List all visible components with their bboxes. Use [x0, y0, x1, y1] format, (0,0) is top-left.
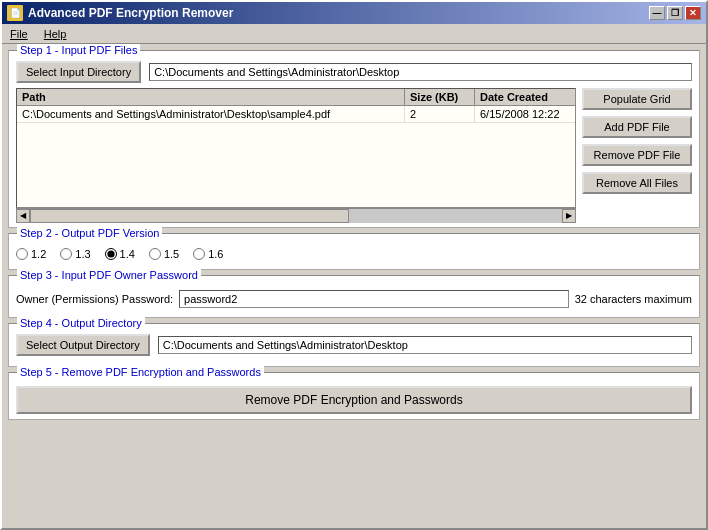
- grid-body: C:\Documents and Settings\Administrator\…: [17, 106, 575, 207]
- radio-label-15: 1.5: [164, 248, 179, 260]
- title-controls: — ❐ ✕: [649, 6, 701, 20]
- select-input-dir-button[interactable]: Select Input Directory: [16, 61, 141, 83]
- input-path-display: C:\Documents and Settings\Administrator\…: [149, 63, 692, 81]
- step2-section: Step 2 - Output PDF Version 1.2 1.3 1.4 …: [8, 233, 700, 270]
- radio-label-16: 1.6: [208, 248, 223, 260]
- step2-label: Step 2 - Output PDF Version: [17, 227, 162, 239]
- scroll-left-btn[interactable]: ◀: [16, 209, 30, 223]
- cell-size: 2: [405, 106, 475, 122]
- remove-all-button[interactable]: Remove All Files: [582, 172, 692, 194]
- password-hint: 32 characters maximum: [575, 293, 692, 305]
- select-output-dir-button[interactable]: Select Output Directory: [16, 334, 150, 356]
- step5-label: Step 5 - Remove PDF Encryption and Passw…: [17, 366, 264, 378]
- grid-wrapper: Path Size (KB) Date Created C:\Documents…: [16, 88, 576, 222]
- remove-encryption-button[interactable]: Remove PDF Encryption and Passwords: [16, 386, 692, 414]
- step1-label: Step 1 - Input PDF Files: [17, 44, 140, 56]
- radio-item-16[interactable]: 1.6: [193, 248, 223, 260]
- radio-14[interactable]: [105, 248, 117, 260]
- radio-item-14[interactable]: 1.4: [105, 248, 135, 260]
- step1-header: Select Input Directory C:\Documents and …: [16, 61, 692, 83]
- scroll-thumb[interactable]: [30, 209, 349, 223]
- output-path-display: C:\Documents and Settings\Administrator\…: [158, 336, 692, 354]
- cell-date: 6/15/2008 12:22: [475, 106, 575, 122]
- step4-header: Select Output Directory C:\Documents and…: [16, 334, 692, 356]
- radio-item-13[interactable]: 1.3: [60, 248, 90, 260]
- title-bar-left: 📄 Advanced PDF Encryption Remover: [7, 5, 233, 21]
- scroll-track[interactable]: [30, 209, 562, 223]
- grid-header: Path Size (KB) Date Created: [17, 89, 575, 106]
- remove-pdf-button[interactable]: Remove PDF File: [582, 144, 692, 166]
- step4-label: Step 4 - Output Directory: [17, 317, 145, 329]
- radio-13[interactable]: [60, 248, 72, 260]
- step3-section: Step 3 - Input PDF Owner Password Owner …: [8, 275, 700, 318]
- minimize-button[interactable]: —: [649, 6, 665, 20]
- password-label: Owner (Permissions) Password:: [16, 293, 173, 305]
- cell-path: C:\Documents and Settings\Administrator\…: [17, 106, 405, 122]
- file-grid: Path Size (KB) Date Created C:\Documents…: [16, 88, 576, 208]
- radio-item-12[interactable]: 1.2: [16, 248, 46, 260]
- col-size: Size (KB): [405, 89, 475, 105]
- scroll-right-btn[interactable]: ▶: [562, 209, 576, 223]
- populate-grid-button[interactable]: Populate Grid: [582, 88, 692, 110]
- grid-area: Path Size (KB) Date Created C:\Documents…: [16, 88, 692, 222]
- radio-16[interactable]: [193, 248, 205, 260]
- radio-label-13: 1.3: [75, 248, 90, 260]
- add-pdf-button[interactable]: Add PDF File: [582, 116, 692, 138]
- menu-file[interactable]: File: [7, 27, 31, 41]
- restore-button[interactable]: ❐: [667, 6, 683, 20]
- content-area: Step 1 - Input PDF Files Select Input Di…: [2, 44, 706, 528]
- col-date: Date Created: [475, 89, 575, 105]
- step5-section: Step 5 - Remove PDF Encryption and Passw…: [8, 372, 700, 420]
- step1-section: Step 1 - Input PDF Files Select Input Di…: [8, 50, 700, 228]
- radio-label-14: 1.4: [120, 248, 135, 260]
- radio-label-12: 1.2: [31, 248, 46, 260]
- close-button[interactable]: ✕: [685, 6, 701, 20]
- table-row[interactable]: C:\Documents and Settings\Administrator\…: [17, 106, 575, 123]
- col-path: Path: [17, 89, 405, 105]
- password-input[interactable]: [179, 290, 569, 308]
- horizontal-scrollbar[interactable]: ◀ ▶: [16, 208, 576, 222]
- window-title: Advanced PDF Encryption Remover: [28, 6, 233, 20]
- app-icon: 📄: [7, 5, 23, 21]
- grid-buttons: Populate Grid Add PDF File Remove PDF Fi…: [582, 88, 692, 222]
- step4-section: Step 4 - Output Directory Select Output …: [8, 323, 700, 367]
- radio-item-15[interactable]: 1.5: [149, 248, 179, 260]
- version-radio-group: 1.2 1.3 1.4 1.5 1.6: [16, 244, 692, 264]
- password-row: Owner (Permissions) Password: 32 charact…: [16, 286, 692, 312]
- title-bar: 📄 Advanced PDF Encryption Remover — ❐ ✕: [2, 2, 706, 24]
- radio-12[interactable]: [16, 248, 28, 260]
- main-window: 📄 Advanced PDF Encryption Remover — ❐ ✕ …: [0, 0, 708, 530]
- step3-label: Step 3 - Input PDF Owner Password: [17, 269, 201, 281]
- menu-bar: File Help: [2, 24, 706, 44]
- radio-15[interactable]: [149, 248, 161, 260]
- menu-help[interactable]: Help: [41, 27, 70, 41]
